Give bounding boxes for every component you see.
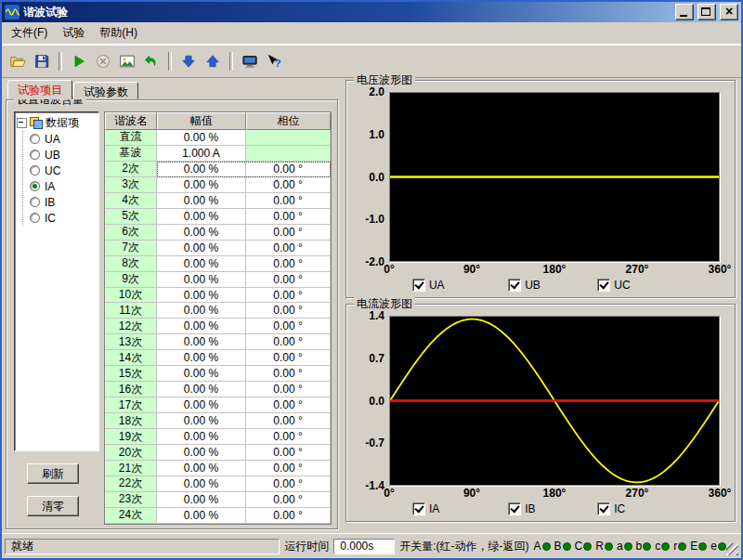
amplitude-cell[interactable]: 0.00 % [157, 225, 246, 241]
radio-uc[interactable] [30, 165, 40, 176]
tree-collapse-icon[interactable] [17, 118, 27, 128]
phase-cell[interactable]: 0.00 ° [246, 445, 331, 461]
phase-cell[interactable]: 0.00 ° [246, 366, 331, 382]
amplitude-cell[interactable]: 0.00 % [157, 429, 246, 445]
phase-cell[interactable]: 0.00 ° [246, 382, 331, 397]
checkbox-icon[interactable] [508, 502, 521, 515]
undo-button[interactable] [139, 50, 163, 72]
stop-button[interactable] [91, 50, 115, 72]
phase-cell[interactable]: 0.00 ° [246, 177, 331, 193]
phase-cell[interactable]: 0.00 ° [246, 162, 331, 177]
amplitude-cell[interactable]: 0.00 % [157, 209, 246, 225]
phase-cell[interactable]: 0.00 ° [246, 334, 331, 350]
context-help-button[interactable]: ? [262, 50, 286, 72]
harmonic-row-13次[interactable]: 13次0.00 %0.00 ° [105, 334, 331, 350]
device-button[interactable] [238, 50, 262, 72]
phase-cell[interactable]: 0.00 ° [246, 225, 331, 241]
checkbox-icon[interactable] [412, 502, 425, 515]
harmonic-row-12次[interactable]: 12次0.00 %0.00 ° [105, 319, 331, 334]
resize-grip[interactable] [726, 543, 738, 555]
titlebar[interactable]: 谐波试验 × [2, 2, 741, 22]
tree-item-uc[interactable]: UC [30, 163, 97, 178]
amplitude-cell[interactable]: 0.00 % [157, 303, 246, 319]
series-toggle-ic[interactable]: IC [597, 502, 625, 515]
harmonic-row-18次[interactable]: 18次0.00 %0.00 ° [105, 413, 331, 429]
phase-cell[interactable]: 0.00 ° [246, 193, 331, 209]
harmonic-row-22次[interactable]: 22次0.00 %0.00 ° [105, 476, 331, 492]
data-item-tree[interactable]: 数据项 UAUBUCIAIBIC [14, 111, 99, 451]
move-up-button[interactable] [201, 50, 225, 72]
amplitude-cell[interactable]: 0.00 % [157, 492, 246, 508]
amplitude-cell[interactable]: 0.00 % [157, 366, 246, 382]
checkbox-icon[interactable] [508, 279, 521, 292]
amplitude-cell[interactable]: 0.00 % [157, 382, 246, 397]
phase-cell[interactable]: 0.00 ° [246, 413, 331, 429]
tree-item-ib[interactable]: IB [30, 194, 97, 210]
amplitude-cell[interactable]: 0.00 % [157, 288, 246, 304]
harmonic-row-14次[interactable]: 14次0.00 %0.00 ° [105, 350, 331, 366]
tree-item-ia[interactable]: IA [30, 178, 97, 194]
phase-cell[interactable]: 0.00 ° [246, 209, 331, 225]
radio-ib[interactable] [30, 197, 40, 207]
phase-cell[interactable]: 0.00 ° [246, 461, 331, 476]
amplitude-cell[interactable]: 0.00 % [157, 272, 246, 288]
phase-cell[interactable]: 0.00 ° [246, 350, 331, 366]
series-toggle-ib[interactable]: IB [508, 502, 535, 515]
series-toggle-ua[interactable]: UA [412, 279, 445, 292]
series-toggle-uc[interactable]: UC [597, 279, 630, 292]
phase-cell[interactable] [246, 146, 331, 162]
checkbox-icon[interactable] [597, 502, 610, 515]
series-toggle-ub[interactable]: UB [508, 279, 541, 292]
harmonic-row-15次[interactable]: 15次0.00 %0.00 ° [105, 366, 331, 382]
amplitude-cell[interactable]: 0.00 % [157, 476, 246, 492]
menu-help[interactable]: 帮助(H) [92, 22, 145, 44]
phase-cell[interactable]: 0.00 ° [246, 288, 331, 304]
run-button[interactable] [67, 50, 91, 72]
phase-cell[interactable]: 0.00 ° [246, 429, 331, 445]
amplitude-cell[interactable]: 0.00 % [157, 397, 246, 413]
harmonic-row-21次[interactable]: 21次0.00 %0.00 ° [105, 461, 331, 476]
phase-cell[interactable]: 0.00 ° [246, 319, 331, 334]
radio-ub[interactable] [30, 150, 40, 160]
amplitude-cell[interactable]: 0.00 % [157, 193, 246, 209]
open-folder-button[interactable] [6, 50, 30, 72]
menu-file[interactable]: 文件(F) [4, 22, 55, 44]
amplitude-cell[interactable]: 0.00 % [157, 461, 246, 476]
amplitude-cell[interactable]: 0.00 % [157, 334, 246, 350]
harmonic-row-11次[interactable]: 11次0.00 %0.00 ° [105, 303, 331, 319]
phase-cell[interactable]: 0.00 ° [246, 492, 331, 508]
radio-ia[interactable] [30, 181, 40, 191]
harmonic-row-20次[interactable]: 20次0.00 %0.00 ° [105, 445, 331, 461]
harmonic-row-16次[interactable]: 16次0.00 %0.00 ° [105, 382, 331, 397]
phase-cell[interactable]: 0.00 ° [246, 508, 331, 524]
amplitude-cell[interactable]: 0.00 % [157, 241, 246, 256]
harmonic-row-17次[interactable]: 17次0.00 %0.00 ° [105, 397, 331, 413]
harmonic-row-2次[interactable]: 2次0.00 %0.00 ° [105, 162, 331, 177]
amplitude-cell[interactable]: 0.00 % [157, 413, 246, 429]
amplitude-cell[interactable]: 0.00 % [157, 319, 246, 334]
phase-cell[interactable]: 0.00 ° [246, 272, 331, 288]
amplitude-cell[interactable]: 0.00 % [157, 177, 246, 193]
phase-cell[interactable]: 0.00 ° [246, 256, 331, 272]
checkbox-icon[interactable] [412, 279, 425, 292]
tree-root[interactable]: 数据项 [17, 115, 97, 131]
amplitude-cell[interactable]: 0.00 % [157, 162, 246, 177]
harmonic-row-23次[interactable]: 23次0.00 %0.00 ° [105, 492, 331, 508]
series-toggle-ia[interactable]: IA [412, 502, 439, 515]
harmonic-row-5次[interactable]: 5次0.00 %0.00 ° [105, 209, 331, 225]
amplitude-cell[interactable]: 0.00 % [157, 350, 246, 366]
phase-cell[interactable]: 0.00 ° [246, 476, 331, 492]
harmonic-row-直流[interactable]: 直流0.00 % [105, 130, 331, 146]
close-button[interactable]: × [720, 4, 738, 20]
tab-test-items[interactable]: 试验项目 [7, 80, 72, 99]
harmonic-row-24次[interactable]: 24次0.00 %0.00 ° [105, 508, 331, 524]
amplitude-cell[interactable]: 0.00 % [157, 508, 246, 524]
harmonic-row-8次[interactable]: 8次0.00 %0.00 ° [105, 256, 331, 272]
amplitude-cell[interactable]: 0.00 % [157, 256, 246, 272]
phase-cell[interactable]: 0.00 ° [246, 241, 331, 256]
harmonic-row-19次[interactable]: 19次0.00 %0.00 ° [105, 429, 331, 445]
tree-item-ub[interactable]: UB [30, 147, 97, 163]
radio-ic[interactable] [30, 213, 40, 223]
clear-button[interactable]: 清零 [27, 496, 79, 516]
tree-item-ic[interactable]: IC [30, 210, 97, 226]
